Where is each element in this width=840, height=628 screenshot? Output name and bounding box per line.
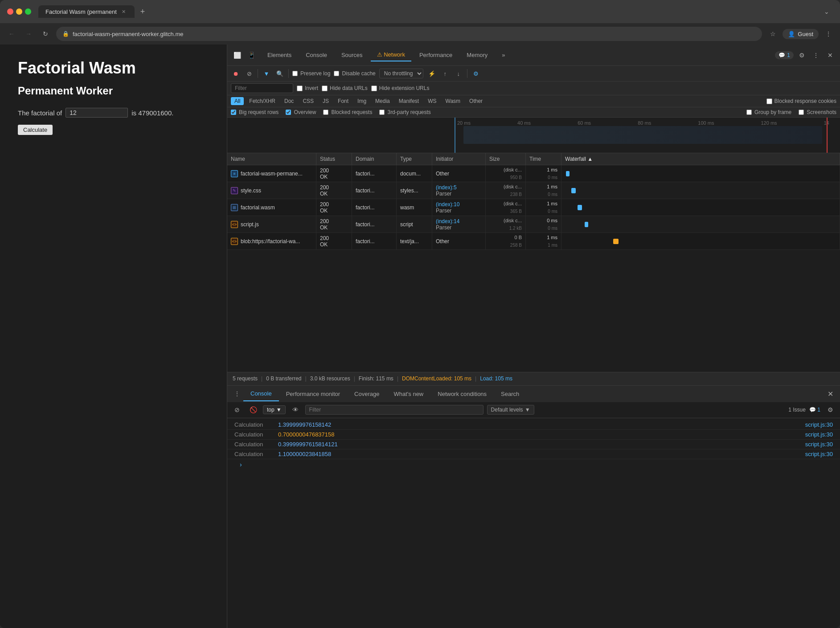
list-item[interactable]: Calculation 0.7000000476837158 script.js… (227, 430, 840, 440)
hide-data-urls-checkbox[interactable] (322, 86, 328, 91)
th-time[interactable]: Time (526, 153, 561, 165)
th-initiator[interactable]: Initiator (432, 153, 486, 165)
tab-console[interactable]: Console (299, 49, 333, 61)
table-row[interactable]: <> script.js 200OK factori... script (in… (227, 216, 840, 233)
throttle-select[interactable]: No throttling (379, 69, 423, 78)
hide-extension-urls-label[interactable]: Hide extension URLs (371, 85, 430, 91)
tab-performance-monitor[interactable]: Performance monitor (279, 387, 347, 401)
th-status[interactable]: Status (316, 153, 352, 165)
close-button[interactable] (7, 8, 13, 15)
bookmark-icon[interactable]: ☆ (766, 28, 779, 40)
tab-coverage[interactable]: Coverage (347, 387, 386, 401)
top-context-selector[interactable]: top ▼ (263, 405, 286, 414)
screenshots-checkbox[interactable] (799, 110, 804, 115)
factorial-input[interactable] (66, 108, 128, 118)
overview-label[interactable]: Overview (286, 109, 316, 115)
search-button[interactable]: 🔍 (275, 69, 285, 78)
th-name[interactable]: Name (227, 153, 316, 165)
record-button[interactable]: ⏺ (231, 69, 241, 78)
import-icon[interactable]: ↑ (440, 69, 450, 78)
disable-cache-label[interactable]: Disable cache (334, 70, 375, 77)
console-menu-icon[interactable]: ⋮ (231, 387, 243, 400)
big-rows-label[interactable]: Big request rows (231, 109, 279, 115)
tab-more[interactable]: » (496, 49, 511, 61)
console-source-3[interactable]: script.js:30 (805, 441, 833, 448)
th-size[interactable]: Size (486, 153, 526, 165)
maximize-button[interactable] (25, 8, 31, 15)
type-fetch-xhr[interactable]: Fetch/XHR (246, 97, 279, 105)
type-img[interactable]: Img (354, 97, 370, 105)
tab-menu-icon[interactable]: ⌄ (820, 5, 833, 18)
invert-checkbox[interactable] (297, 86, 303, 91)
th-type[interactable]: Type (397, 153, 432, 165)
th-domain[interactable]: Domain (352, 153, 397, 165)
hide-extension-urls-checkbox[interactable] (371, 86, 377, 91)
tab-sources[interactable]: Sources (335, 49, 369, 61)
device-icon[interactable]: 📱 (245, 49, 258, 61)
group-by-frame-label[interactable]: Group by frame (746, 109, 791, 115)
type-font[interactable]: Font (334, 97, 352, 105)
table-row[interactable]: ✎ style.css 200OK factori... styles... (… (227, 182, 840, 199)
third-party-requests-checkbox[interactable] (379, 110, 385, 115)
back-button[interactable]: ← (5, 28, 18, 40)
blocked-requests-checkbox[interactable] (323, 110, 328, 115)
browser-tab[interactable]: Factorial Wasm (permanent ✕ (38, 5, 135, 18)
clear-button[interactable]: ⊘ (244, 69, 254, 78)
type-manifest[interactable]: Manifest (395, 97, 422, 105)
tab-close-button[interactable]: ✕ (120, 8, 127, 15)
console-settings-icon[interactable]: ⚙ (824, 404, 836, 416)
close-console-panel-button[interactable]: ✕ (824, 387, 836, 400)
big-rows-checkbox[interactable] (231, 110, 236, 115)
list-item[interactable]: Calculation 1.100000023841858 script.js:… (227, 449, 840, 459)
th-waterfall[interactable]: Waterfall ▲ (561, 153, 840, 165)
type-css[interactable]: CSS (299, 97, 317, 105)
tab-performance[interactable]: Performance (413, 49, 459, 61)
list-item[interactable]: › (227, 459, 840, 470)
overview-checkbox[interactable] (286, 110, 291, 115)
list-item[interactable]: Calculation 0.39999997615814121 script.j… (227, 440, 840, 449)
screenshots-label[interactable]: Screenshots (799, 109, 836, 115)
tab-whats-new[interactable]: What's new (386, 387, 430, 401)
forward-button[interactable]: → (22, 28, 35, 40)
reload-button[interactable]: ↻ (39, 28, 52, 40)
table-row[interactable]: <> blob:https://factorial-wa... 200OK fa… (227, 233, 840, 250)
console-source-1[interactable]: script.js:30 (805, 421, 833, 428)
network-conditions-icon[interactable]: ⚡ (427, 69, 437, 78)
third-party-requests-label[interactable]: 3rd-party requests (379, 109, 430, 115)
filter-input[interactable] (231, 83, 293, 93)
blocked-cookies-checkbox[interactable] (766, 98, 772, 104)
tab-network-conditions[interactable]: Network conditions (430, 387, 494, 401)
tab-memory[interactable]: Memory (460, 49, 494, 61)
calculate-button[interactable]: Calculate (18, 125, 53, 135)
hide-data-urls-label[interactable]: Hide data URLs (322, 85, 368, 91)
invert-label[interactable]: Invert (297, 85, 318, 91)
more-options-icon[interactable]: ⋮ (822, 28, 835, 40)
disable-cache-checkbox[interactable] (334, 71, 339, 76)
type-wasm[interactable]: Wasm (442, 97, 464, 105)
type-other[interactable]: Other (466, 97, 486, 105)
tab-search[interactable]: Search (494, 387, 526, 401)
issue-badge[interactable]: 💬 1 (775, 51, 794, 59)
url-bar[interactable]: 🔒 factorial-wasm-permanent-worker.glitch… (56, 27, 762, 41)
tab-console-bottom[interactable]: Console (243, 387, 279, 401)
close-devtools-icon[interactable]: ✕ (824, 49, 836, 61)
type-ws[interactable]: WS (424, 97, 440, 105)
console-clear-icon[interactable]: ⊘ (231, 404, 243, 416)
export-icon[interactable]: ↓ (454, 69, 463, 78)
console-ban-icon[interactable]: 🚫 (247, 404, 259, 416)
group-by-frame-checkbox[interactable] (746, 110, 752, 115)
type-all[interactable]: All (231, 97, 244, 105)
type-doc[interactable]: Doc (281, 97, 297, 105)
type-js[interactable]: JS (319, 97, 332, 105)
list-item[interactable]: Calculation 1.399999976158142 script.js:… (227, 420, 840, 430)
level-dropdown[interactable]: Default levels ▼ (487, 405, 534, 415)
tab-elements[interactable]: Elements (261, 49, 298, 61)
blocked-cookies-label[interactable]: Blocked response cookies (766, 98, 836, 104)
tab-network[interactable]: ⚠ Network (371, 49, 411, 61)
filter-button[interactable]: ▼ (262, 69, 271, 78)
table-row[interactable]: ⊞ factorial.wasm 200OK factori... wasm (… (227, 199, 840, 216)
expand-icon[interactable]: › (234, 460, 247, 469)
preserve-log-checkbox[interactable] (292, 71, 298, 76)
console-filter-input[interactable] (305, 405, 484, 415)
new-tab-button[interactable]: + (136, 5, 149, 18)
